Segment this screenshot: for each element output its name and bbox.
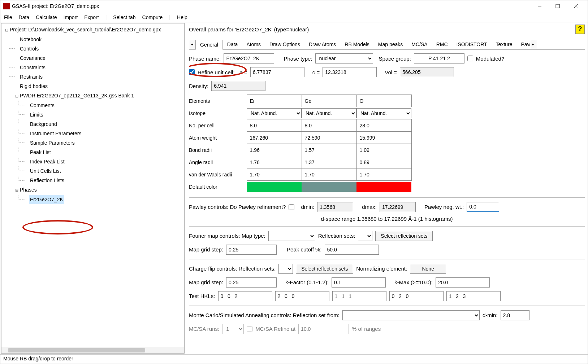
color-ge[interactable] bbox=[302, 182, 356, 192]
tab-rmc[interactable]: RMC bbox=[432, 40, 452, 49]
pawley-range: d-space range 1.35680 to 17.22699 Å-1 (1… bbox=[321, 216, 453, 222]
kfactor-input[interactable] bbox=[332, 277, 386, 288]
tree-limits[interactable]: Limits bbox=[29, 110, 44, 119]
refine-unit-cell-checkbox[interactable] bbox=[189, 69, 195, 75]
mcsa-runs-select[interactable]: 1 bbox=[222, 324, 244, 334]
color-o[interactable] bbox=[356, 182, 411, 192]
tree-pwdr[interactable]: PWDR Er2Ge2O7_op2112_Ge113_2K.gss Bank 1 bbox=[19, 91, 135, 100]
tree-instrument-parameters[interactable]: Instrument Parameters bbox=[29, 129, 82, 138]
normalizing-element-button[interactable]: None bbox=[410, 264, 446, 274]
isotope-o-select[interactable]: Nat. Abund. bbox=[356, 108, 411, 118]
cf-refl-sets-select[interactable] bbox=[278, 264, 293, 274]
modulated-checkbox[interactable] bbox=[467, 56, 473, 61]
tree-unit-cells-list[interactable]: Unit Cells List bbox=[29, 166, 62, 176]
pawley-dmin-input bbox=[317, 202, 353, 212]
tree-comments[interactable]: Comments bbox=[29, 101, 56, 110]
menu-export[interactable]: Export bbox=[84, 14, 99, 20]
tree-sample-parameters[interactable]: Sample Parameters bbox=[29, 138, 76, 148]
phase-type-select[interactable]: nuclear bbox=[315, 53, 373, 63]
pawley-dmin-label: dmin: bbox=[301, 204, 314, 210]
maximize-button[interactable] bbox=[549, 0, 567, 12]
tree-controls[interactable]: Controls bbox=[19, 44, 40, 53]
chargeflip-controls-label: Charge flip controls: Reflection sets: bbox=[189, 266, 276, 272]
hkl-input-3[interactable] bbox=[389, 291, 444, 301]
hkl-input-0[interactable] bbox=[218, 291, 272, 301]
tab-pawley[interactable]: Pawley bbox=[517, 40, 530, 49]
refl-sets-select[interactable] bbox=[358, 231, 372, 241]
menu-data[interactable]: Data bbox=[19, 14, 30, 20]
menubar: File Data Calculate Import Export | Sele… bbox=[0, 12, 588, 22]
pawley-dmax-label: dmax: bbox=[362, 204, 377, 210]
map-type-select[interactable] bbox=[268, 231, 315, 241]
expand-icon[interactable]: ⊟ bbox=[14, 91, 19, 101]
tab-draw-atoms[interactable]: Draw Atoms bbox=[304, 40, 340, 49]
isotope-ge-select[interactable]: Nat. Abund. bbox=[302, 108, 356, 118]
mcsa-dmin-input[interactable] bbox=[501, 310, 529, 320]
pawley-neg-input[interactable] bbox=[467, 202, 499, 212]
cell-a-input[interactable] bbox=[250, 67, 304, 77]
cell-c-input[interactable] bbox=[323, 67, 377, 77]
menu-calculate[interactable]: Calculate bbox=[36, 14, 57, 20]
kfactor-label: k-Factor (0.1-1.2): bbox=[285, 279, 329, 285]
normalizing-element-label: Normalizing element: bbox=[356, 266, 407, 272]
hkl-input-1[interactable] bbox=[275, 291, 329, 301]
menu-file[interactable]: File bbox=[4, 14, 12, 20]
map-grid-input[interactable] bbox=[226, 245, 277, 255]
tab-isodistort[interactable]: ISODISTORT bbox=[452, 40, 492, 49]
tree-phase-er2ge2o7[interactable]: Er2Ge2O7_2K bbox=[29, 195, 64, 204]
mcsa-refl-set-select[interactable] bbox=[342, 310, 480, 320]
select-reflection-sets-button[interactable]: Select reflection sets bbox=[375, 231, 433, 241]
menu-compute[interactable]: Compute bbox=[142, 14, 163, 20]
cf-select-reflection-sets-button[interactable]: Select reflection sets bbox=[296, 264, 353, 274]
cf-grid-input[interactable] bbox=[226, 277, 277, 288]
app-icon bbox=[3, 3, 10, 9]
tab-map-peaks[interactable]: Map peaks bbox=[374, 40, 407, 49]
menu-select-tab[interactable]: Select tab bbox=[113, 14, 135, 20]
close-button[interactable] bbox=[567, 0, 585, 12]
mcsa-refine-checkbox[interactable] bbox=[247, 326, 252, 332]
tree-constraints[interactable]: Constraints bbox=[19, 63, 47, 72]
menu-import[interactable]: Import bbox=[64, 14, 78, 20]
tab-rb-models[interactable]: RB Models bbox=[340, 40, 373, 49]
expand-icon[interactable]: ⊟ bbox=[4, 25, 9, 35]
tree-notebook[interactable]: Notebook bbox=[19, 35, 43, 44]
elements-table: ElementsErGeO Isotope Nat. Abund. Nat. A… bbox=[189, 95, 412, 193]
menu-help[interactable]: Help bbox=[177, 14, 187, 20]
pawley-refine-checkbox[interactable] bbox=[289, 204, 294, 210]
expand-icon[interactable]: ⊟ bbox=[14, 185, 19, 195]
tab-atoms[interactable]: Atoms bbox=[242, 40, 265, 49]
mcsa-suffix: % of ranges bbox=[352, 326, 381, 332]
tab-general[interactable]: General bbox=[195, 40, 223, 50]
tree-covariance[interactable]: Covariance bbox=[19, 53, 47, 63]
tree-panel: ⊟Project: D:\Downloads\k_vec_search_tuto… bbox=[1, 23, 185, 354]
c-label: c = bbox=[312, 69, 320, 75]
tab-draw-options[interactable]: Draw Options bbox=[265, 40, 304, 49]
tab-scroll-right[interactable]: ► bbox=[530, 40, 536, 49]
cf-grid-label: Map grid step: bbox=[189, 279, 223, 285]
tab-scroll-left[interactable]: ◄ bbox=[189, 40, 195, 49]
tab-mcsa[interactable]: MC/SA bbox=[407, 40, 432, 49]
tree-index-peak-list[interactable]: Index Peak List bbox=[29, 157, 66, 166]
tree-rigid-bodies[interactable]: Rigid bodies bbox=[19, 82, 49, 91]
color-er[interactable] bbox=[247, 182, 302, 192]
isotope-er-select[interactable]: Nat. Abund. bbox=[247, 108, 302, 118]
tree-reflection-lists[interactable]: Reflection Lists bbox=[29, 176, 65, 185]
hkl-input-4[interactable] bbox=[446, 291, 501, 301]
kmax-input[interactable] bbox=[436, 277, 490, 288]
hkl-input-2[interactable] bbox=[332, 291, 386, 301]
tree-background[interactable]: Background bbox=[29, 119, 58, 129]
mcsa-refine-input[interactable] bbox=[298, 324, 349, 334]
tree-phases[interactable]: Phases bbox=[19, 185, 38, 194]
phase-name-input[interactable] bbox=[224, 53, 274, 63]
tree-restraints[interactable]: Restraints bbox=[19, 72, 44, 82]
horizontal-scrollbar[interactable] bbox=[1, 347, 184, 353]
tab-data[interactable]: Data bbox=[223, 40, 242, 49]
tree-project[interactable]: Project: D:\Downloads\k_vec_search_tutor… bbox=[9, 25, 162, 34]
peak-cutoff-input[interactable] bbox=[325, 245, 379, 255]
minimize-button[interactable] bbox=[531, 0, 549, 12]
space-group-input[interactable] bbox=[414, 53, 464, 63]
tab-texture[interactable]: Texture bbox=[492, 40, 517, 49]
tree-peak-list[interactable]: Peak List bbox=[29, 148, 52, 157]
kmax-label: k-Max (>=10.0): bbox=[394, 279, 433, 285]
help-button[interactable]: ? bbox=[575, 25, 585, 34]
